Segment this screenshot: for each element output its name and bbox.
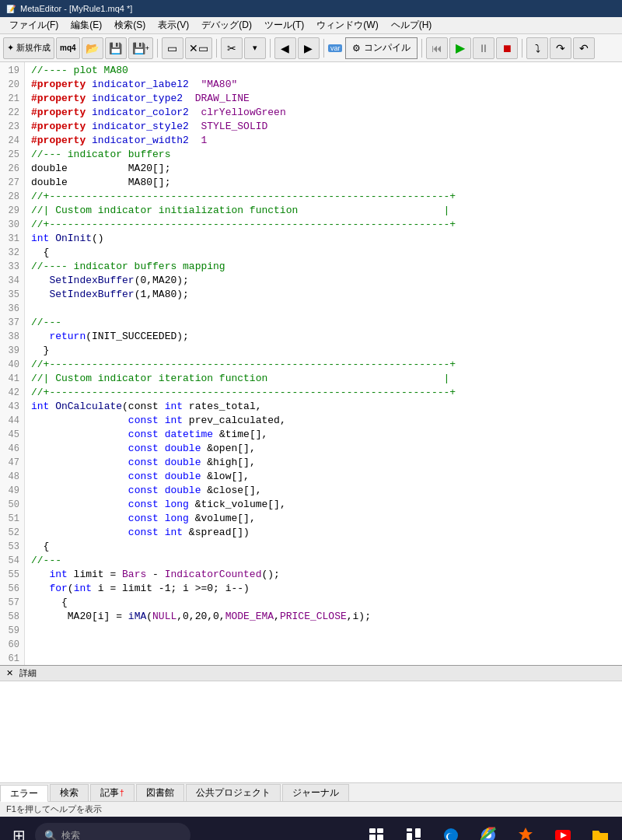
menu-tools[interactable]: ツール(T) bbox=[258, 17, 310, 33]
line-number: 37 bbox=[5, 316, 19, 330]
svg-rect-4 bbox=[407, 828, 412, 831]
separator-6 bbox=[522, 39, 522, 58]
line-number: 33 bbox=[5, 260, 19, 274]
line-number: 26 bbox=[5, 162, 19, 176]
taskbar-search[interactable]: 🔍 検索 bbox=[35, 823, 190, 840]
pause-button[interactable]: ⏸ bbox=[473, 37, 494, 59]
new-tab-button[interactable]: ▭ bbox=[162, 37, 183, 59]
tab-public-projects[interactable]: 公共プロジェクト bbox=[186, 784, 281, 801]
code-line bbox=[31, 638, 616, 652]
open-mq4-button[interactable]: mq4 bbox=[56, 37, 80, 59]
open-folder-button[interactable]: 📂 bbox=[82, 37, 103, 59]
code-line: { bbox=[31, 246, 616, 260]
cut-icon: ✂ bbox=[227, 42, 236, 54]
separator-3 bbox=[270, 39, 271, 58]
line-number: 21 bbox=[5, 92, 19, 106]
line-number: 43 bbox=[5, 400, 19, 414]
tab-errors[interactable]: エラー bbox=[0, 785, 48, 802]
save-icon: 💾 bbox=[109, 42, 122, 54]
taskbar-icon-edge[interactable] bbox=[435, 820, 466, 840]
taskbar-icon-chrome[interactable] bbox=[473, 820, 504, 840]
folder-icon: 📂 bbox=[86, 42, 99, 54]
save-button[interactable]: 💾 bbox=[105, 37, 127, 59]
tab-library[interactable]: 図書館 bbox=[136, 784, 184, 801]
code-line: //---- plot MA80 bbox=[31, 64, 616, 78]
code-line: for(int i = limit -1; i >=0; i--) bbox=[31, 582, 616, 596]
code-line: //+-------------------------------------… bbox=[31, 218, 616, 232]
line-number: 39 bbox=[5, 344, 19, 358]
line-number: 48 bbox=[5, 470, 19, 484]
code-line: //+-------------------------------------… bbox=[31, 358, 616, 372]
menu-file[interactable]: ファイル(F) bbox=[3, 17, 65, 33]
step-icon: ⤵ bbox=[535, 42, 540, 54]
cut-button[interactable]: ✂ bbox=[221, 37, 243, 59]
tab-articles[interactable]: 記事† bbox=[90, 784, 135, 801]
menu-debug[interactable]: デバッグ(D) bbox=[195, 17, 258, 33]
status-bar: F1を押してヘルプを表示 bbox=[0, 801, 622, 817]
code-line: double MA20[]; bbox=[31, 162, 616, 176]
code-line: const double &close[], bbox=[31, 484, 616, 498]
dropdown-button[interactable]: ▾ bbox=[244, 37, 266, 59]
menu-help[interactable]: ヘルプ(H) bbox=[385, 17, 439, 33]
taskbar-icon-task-view[interactable] bbox=[361, 820, 392, 840]
taskbar-icons bbox=[361, 820, 616, 840]
code-line: const datetime &time[], bbox=[31, 428, 616, 442]
pause-icon: ⏸ bbox=[478, 42, 489, 54]
taskbar-icon-games[interactable] bbox=[510, 820, 541, 840]
code-line: const int prev_calculated, bbox=[31, 414, 616, 428]
stop-icon: ⏹ bbox=[501, 42, 512, 54]
closetab-icon: ✕▭ bbox=[189, 42, 208, 54]
code-line: //+-------------------------------------… bbox=[31, 386, 616, 400]
step-button[interactable]: ⤵ bbox=[526, 37, 548, 59]
line-number: 61 bbox=[5, 652, 19, 665]
close-panel-icon[interactable]: ✕ bbox=[6, 668, 13, 678]
separator-5 bbox=[421, 39, 422, 58]
start-button[interactable]: ⊞ bbox=[6, 823, 32, 840]
line-number: 45 bbox=[5, 428, 19, 442]
code-line bbox=[31, 652, 616, 665]
rewind-icon: ⏮ bbox=[432, 42, 442, 54]
rewind-button[interactable]: ⏮ bbox=[426, 37, 448, 59]
line-number: 44 bbox=[5, 414, 19, 428]
back-button[interactable]: ◀ bbox=[274, 37, 296, 59]
line-number: 46 bbox=[5, 442, 19, 456]
menu-window[interactable]: ウィンドウ(W) bbox=[310, 17, 384, 33]
step-over-button[interactable]: ↷ bbox=[550, 37, 571, 59]
code-container: 1920212223242526272829303132333435363738… bbox=[0, 62, 622, 665]
code-line: #property indicator_type2 DRAW_LINE bbox=[31, 92, 616, 106]
menu-search[interactable]: 検索(S) bbox=[108, 17, 152, 33]
line-number: 28 bbox=[5, 190, 19, 204]
svg-rect-1 bbox=[377, 828, 383, 833]
line-number: 59 bbox=[5, 624, 19, 638]
code-line: const double &high[], bbox=[31, 456, 616, 470]
taskbar-icon-widgets[interactable] bbox=[398, 820, 429, 840]
code-content[interactable]: //---- plot MA80#property indicator_labe… bbox=[25, 62, 622, 665]
new-file-button[interactable]: ✦ 新規作成 bbox=[3, 37, 54, 59]
line-number: 32 bbox=[5, 246, 19, 260]
line-number: 27 bbox=[5, 176, 19, 190]
app-icon: 📝 bbox=[6, 5, 16, 13]
save-all-button[interactable]: 💾+ bbox=[128, 37, 153, 59]
line-number: 57 bbox=[5, 596, 19, 610]
menu-view[interactable]: 表示(V) bbox=[152, 17, 195, 33]
step-out-button[interactable]: ↶ bbox=[573, 37, 595, 59]
taskbar-icon-folder[interactable] bbox=[585, 820, 616, 840]
code-line: } bbox=[31, 344, 616, 358]
line-number: 50 bbox=[5, 498, 19, 512]
back-icon: ◀ bbox=[281, 42, 289, 54]
taskbar-icon-youtube[interactable] bbox=[547, 820, 578, 840]
tab-journal[interactable]: ジャーナル bbox=[282, 784, 349, 801]
stop-button[interactable]: ⏹ bbox=[496, 37, 518, 59]
close-tab-button[interactable]: ✕▭ bbox=[185, 37, 212, 59]
taskbar: ⊞ 🔍 検索 bbox=[0, 817, 622, 840]
separator-2 bbox=[216, 39, 217, 58]
forward-button[interactable]: ▶ bbox=[298, 37, 320, 59]
menu-edit[interactable]: 編集(E) bbox=[65, 17, 108, 33]
tab-search[interactable]: 検索 bbox=[50, 784, 89, 801]
line-number: 34 bbox=[5, 274, 19, 288]
line-number: 54 bbox=[5, 554, 19, 568]
new-icon: ✦ bbox=[7, 43, 14, 53]
compile-button[interactable]: ⚙ コンパイル bbox=[345, 37, 418, 59]
mq4-icon: mq4 bbox=[60, 44, 76, 52]
play-button[interactable]: ▶ bbox=[449, 37, 471, 59]
